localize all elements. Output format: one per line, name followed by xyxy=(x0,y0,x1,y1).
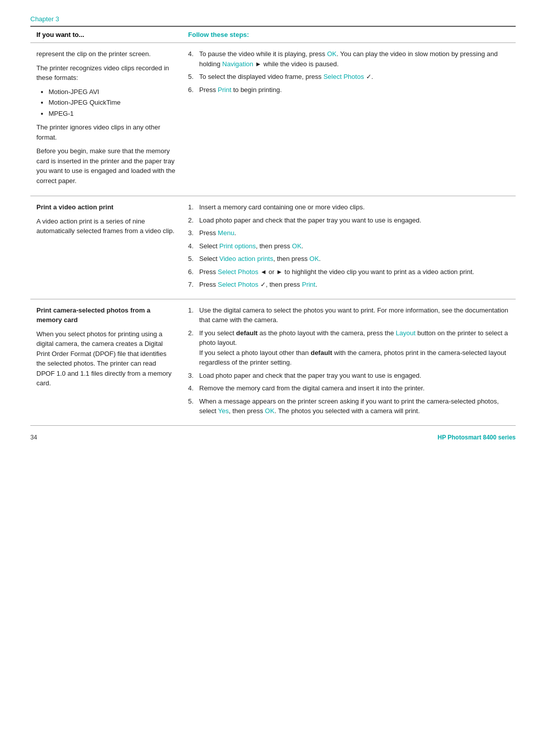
text-part: . xyxy=(315,281,317,288)
step-number: 4. xyxy=(188,241,199,251)
text-part: Print xyxy=(302,281,315,288)
text-part: to begin printing. xyxy=(232,86,282,94)
col-right-header: Follow these steps: xyxy=(182,26,516,43)
step-content: Load photo paper and check that the pape… xyxy=(199,215,510,226)
text-part: To pause the video while it is playing, … xyxy=(199,50,327,58)
step-content: When a message appears on the printer sc… xyxy=(199,396,510,416)
text-part: . xyxy=(234,229,236,237)
footer: 34 HP Photosmart 8400 series xyxy=(30,434,516,441)
text-part: ✓, then press xyxy=(258,281,302,288)
text-part: ◄ or ► to highlight the video clip you w… xyxy=(258,268,474,276)
text-part: If you select xyxy=(199,329,236,337)
step-content: To pause the video while it is playing, … xyxy=(199,49,510,69)
step-number: 5. xyxy=(188,72,199,82)
col-left-header: If you want to... xyxy=(30,26,182,43)
step-number: 6. xyxy=(188,85,199,95)
text-part: Press xyxy=(199,281,218,288)
text-part: . xyxy=(301,242,303,250)
step-number: 3. xyxy=(188,371,199,381)
text-part: Yes xyxy=(218,407,229,415)
row0-para2: The printer recognizes video clips recor… xyxy=(36,63,176,83)
step-content: Select Print options, then press OK. xyxy=(199,241,510,251)
text-part: ✓. xyxy=(364,73,373,80)
step-number: 6. xyxy=(188,267,199,277)
step-content: Use the digital camera to select the pho… xyxy=(199,305,510,325)
step-item-1-5: 6.Press Select Photos ◄ or ► to highligh… xyxy=(188,267,510,277)
chapter-label: Chapter 3 xyxy=(30,15,516,23)
bullet-item: MPEG-1 xyxy=(49,109,176,119)
row0-bullet-list: Motion-JPEG AVIMotion-JPEG QuickTimeMPEG… xyxy=(49,87,176,119)
text-part: as the photo layout with the camera, pre… xyxy=(258,329,396,337)
table-cell-right-0: 4.To pause the video while it is playing… xyxy=(182,43,516,196)
step-content: To select the displayed video frame, pre… xyxy=(199,72,510,82)
text-part: , then press xyxy=(256,242,292,250)
step-number: 1. xyxy=(188,202,199,212)
table-cell-right-1: 1.Insert a memory card containing one or… xyxy=(182,196,516,299)
text-part: . xyxy=(319,255,321,262)
step-number: 3. xyxy=(188,228,199,238)
text-part: Layout xyxy=(396,329,416,337)
text-part: Use the digital camera to select the pho… xyxy=(199,306,508,324)
footer-page-number: 34 xyxy=(30,434,37,441)
footer-product: HP Photosmart 8400 series xyxy=(437,434,516,441)
text-part: Menu xyxy=(218,229,235,237)
text-part: OK xyxy=(309,255,319,262)
row-title-2: Print camera-selected photos from a memo… xyxy=(36,305,176,325)
text-part: , then press xyxy=(229,407,265,415)
steps-list-0: 4.To pause the video while it is playing… xyxy=(188,49,510,95)
step-item-1-2: 3.Press Menu. xyxy=(188,228,510,238)
step-number: 5. xyxy=(188,396,199,416)
step-number: 1. xyxy=(188,305,199,325)
step-item-1-0: 1.Insert a memory card containing one or… xyxy=(188,202,510,212)
row2-para0: When you select photos for printing usin… xyxy=(36,329,176,388)
text-part: Load photo paper and check that the pape… xyxy=(199,372,421,379)
text-part: OK xyxy=(292,242,302,250)
table-cell-right-2: 1.Use the digital camera to select the p… xyxy=(182,299,516,425)
step-number: 2. xyxy=(188,215,199,226)
table-cell-left-1: Print a video action printA video action… xyxy=(30,196,182,299)
text-part: , then press xyxy=(273,255,309,262)
text-part: ► while the video is paused. xyxy=(253,60,339,68)
text-part: default xyxy=(236,329,258,337)
step-content: Load photo paper and check that the pape… xyxy=(199,371,510,381)
text-part: Select xyxy=(199,255,219,262)
step-content: Press Select Photos ◄ or ► to highlight … xyxy=(199,267,510,277)
text-part: Insert a memory card containing one or m… xyxy=(199,203,365,211)
text-part: OK xyxy=(265,407,275,415)
row1-para0: A video action print is a series of nine… xyxy=(36,216,176,236)
step-item-1-3: 4.Select Print options, then press OK. xyxy=(188,241,510,251)
steps-list-2: 1.Use the digital camera to select the p… xyxy=(188,305,510,416)
text-part: Load photo paper and check that the pape… xyxy=(199,216,421,224)
step-item-0-1: 5.To select the displayed video frame, p… xyxy=(188,72,510,82)
step-item-2-4: 5.When a message appears on the printer … xyxy=(188,396,510,416)
step-item-2-0: 1.Use the digital camera to select the p… xyxy=(188,305,510,325)
steps-list-1: 1.Insert a memory card containing one or… xyxy=(188,202,510,290)
step-item-1-6: 7.Press Select Photos ✓, then press Prin… xyxy=(188,280,510,290)
step-content: Remove the memory card from the digital … xyxy=(199,383,510,393)
text-part: Press xyxy=(199,268,218,276)
bullet-item: Motion-JPEG QuickTime xyxy=(49,98,176,108)
text-part: Navigation xyxy=(222,60,253,68)
step-item-0-0: 4.To pause the video while it is playing… xyxy=(188,49,510,69)
step-number: 7. xyxy=(188,280,199,290)
step-number: 4. xyxy=(188,49,199,69)
text-part: Select Photos xyxy=(324,73,364,80)
row0-para5: The printer ignores video clips in any o… xyxy=(36,122,176,142)
text-part: Select xyxy=(199,242,219,250)
text-part: Select Photos xyxy=(218,281,258,288)
text-part: Press xyxy=(199,86,218,94)
text-part: Remove the memory card from the digital … xyxy=(199,384,425,392)
row0-para6: Before you begin, make sure that the mem… xyxy=(36,146,176,186)
text-part: . The photos you selected with a camera … xyxy=(275,407,420,415)
text-part: Video action prints xyxy=(219,255,274,262)
text-part: Print options xyxy=(219,242,256,250)
step-content: Press Menu. xyxy=(199,228,510,238)
text-part: OK xyxy=(327,50,337,58)
text-part: Select Photos xyxy=(218,268,258,276)
bullet-item: Motion-JPEG AVI xyxy=(49,87,176,97)
text-part: If you select a photo layout other than xyxy=(199,349,310,357)
step-item-2-3: 4.Remove the memory card from the digita… xyxy=(188,383,510,393)
row-title-1: Print a video action print xyxy=(36,202,176,212)
step-content: Press Print to begin printing. xyxy=(199,85,510,95)
text-part: To select the displayed video frame, pre… xyxy=(199,73,324,80)
